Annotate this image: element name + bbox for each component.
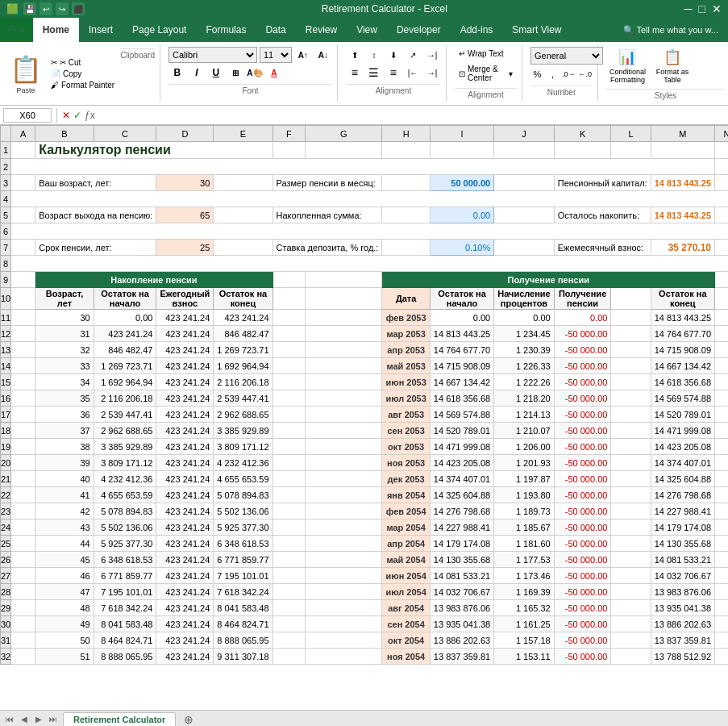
save-icon[interactable]: 💾 bbox=[23, 2, 36, 15]
add-sheet-button[interactable]: ⊕ bbox=[179, 711, 198, 727]
cell-d-22[interactable]: 423 241.24 bbox=[156, 487, 214, 503]
cell-f-19[interactable] bbox=[272, 439, 306, 455]
cell-f-11[interactable] bbox=[272, 310, 306, 326]
cell-i-27[interactable]: 14 081 533.21 bbox=[430, 568, 493, 584]
cell-k-24[interactable]: -50 000.00 bbox=[554, 519, 611, 536]
cell-accum-label[interactable]: Накопленная сумма: bbox=[272, 207, 382, 223]
cell-n5[interactable] bbox=[715, 207, 728, 223]
cell-m-22[interactable]: 14 276 798.68 bbox=[651, 487, 714, 503]
bold-button[interactable]: B bbox=[168, 65, 186, 81]
cell-f-14[interactable] bbox=[272, 358, 306, 374]
cell-d-14[interactable]: 423 241.24 bbox=[156, 358, 214, 374]
cell-a3[interactable] bbox=[11, 175, 35, 191]
col-header-e[interactable]: E bbox=[214, 126, 272, 142]
cell-e-11[interactable]: 423 241.24 bbox=[214, 310, 272, 326]
cell-n1[interactable] bbox=[715, 142, 728, 159]
tab-insert[interactable]: Insert bbox=[79, 18, 123, 42]
cell-a10[interactable] bbox=[11, 288, 35, 310]
cell-j-23[interactable]: 1 189.73 bbox=[494, 503, 555, 519]
col-header-d[interactable]: D bbox=[156, 126, 214, 142]
cell-l-16[interactable] bbox=[611, 390, 651, 407]
cell-f-30[interactable] bbox=[272, 616, 306, 632]
cell-e7[interactable] bbox=[214, 240, 272, 256]
tab-data[interactable]: Data bbox=[256, 18, 295, 42]
undo-icon[interactable]: ↩ bbox=[40, 2, 52, 15]
cell-h-26[interactable]: май 2054 bbox=[382, 552, 430, 568]
cell-n-32[interactable] bbox=[715, 649, 728, 665]
col-age[interactable]: Возраст,лет bbox=[35, 288, 94, 310]
cell-d-32[interactable]: 423 241.24 bbox=[156, 649, 214, 665]
cell-g-15[interactable] bbox=[306, 374, 382, 390]
cell-k-30[interactable]: -50 000.00 bbox=[554, 616, 611, 632]
tab-file[interactable]: File bbox=[0, 18, 33, 42]
cell-n-19[interactable] bbox=[715, 439, 728, 455]
cell-j-18[interactable]: 1 210.07 bbox=[494, 423, 555, 439]
cell-c-27[interactable]: 6 771 859.77 bbox=[94, 568, 156, 584]
cell-n-15[interactable] bbox=[715, 374, 728, 390]
cell-c-16[interactable]: 2 116 206.18 bbox=[94, 390, 156, 407]
cell-k-31[interactable]: -50 000.00 bbox=[554, 632, 611, 649]
cell-a1[interactable] bbox=[11, 142, 35, 159]
cell-c-11[interactable]: 0.00 bbox=[94, 310, 156, 326]
cell-age-label[interactable]: Ваш возраст, лет: bbox=[35, 175, 156, 191]
cell-h-16[interactable]: июл 2053 bbox=[382, 390, 430, 407]
cell-h-23[interactable]: фев 2054 bbox=[382, 503, 430, 519]
cell-m-31[interactable]: 13 837 359.81 bbox=[651, 632, 714, 649]
col-header-i[interactable]: I bbox=[430, 126, 493, 142]
cell-k-26[interactable]: -50 000.00 bbox=[554, 552, 611, 568]
cell-n-12[interactable] bbox=[715, 326, 728, 342]
cell-d-12[interactable]: 423 241.24 bbox=[156, 326, 214, 342]
cell-e-20[interactable]: 4 232 412.36 bbox=[214, 455, 272, 471]
font-size-increase[interactable]: A↑ bbox=[294, 47, 312, 63]
formula-cancel-icon[interactable]: ✕ bbox=[62, 110, 70, 121]
cell-m-30[interactable]: 13 886 202.63 bbox=[651, 616, 714, 632]
cell-j-32[interactable]: 1 153.11 bbox=[494, 649, 555, 665]
cell-c-26[interactable]: 6 348 618.53 bbox=[94, 552, 156, 568]
cell-h-18[interactable]: сен 2053 bbox=[382, 423, 430, 439]
cell-l-15[interactable] bbox=[611, 374, 651, 390]
cell-i-24[interactable]: 14 227 988.41 bbox=[430, 519, 493, 536]
cell-a-21[interactable] bbox=[11, 471, 35, 487]
cell-j-27[interactable]: 1 173.46 bbox=[494, 568, 555, 584]
cell-e5[interactable] bbox=[214, 207, 272, 223]
cell-e-32[interactable]: 9 311 307.18 bbox=[214, 649, 272, 665]
cell-a9[interactable] bbox=[11, 272, 35, 288]
cell-j-14[interactable]: 1 226.33 bbox=[494, 358, 555, 374]
cell-b-26[interactable]: 45 bbox=[35, 552, 94, 568]
cell-h-27[interactable]: июн 2054 bbox=[382, 568, 430, 584]
cell-g-25[interactable] bbox=[306, 536, 382, 552]
cell-n-14[interactable] bbox=[715, 358, 728, 374]
cell-e3[interactable] bbox=[214, 175, 272, 191]
cell-b-28[interactable]: 47 bbox=[35, 584, 94, 600]
cell-l-24[interactable] bbox=[611, 519, 651, 536]
cell-n-20[interactable] bbox=[715, 455, 728, 471]
cell-h-20[interactable]: ноя 2053 bbox=[382, 455, 430, 471]
cell-j1[interactable] bbox=[494, 142, 555, 159]
cell-a-28[interactable] bbox=[11, 584, 35, 600]
cell-e-17[interactable]: 2 962 688.65 bbox=[214, 407, 272, 423]
cell-g-11[interactable] bbox=[306, 310, 382, 326]
cell-f-17[interactable] bbox=[272, 407, 306, 423]
col-header-c[interactable]: C bbox=[94, 126, 156, 142]
cell-c-25[interactable]: 5 925 377.30 bbox=[94, 536, 156, 552]
align-left-button[interactable]: ≡ bbox=[346, 65, 364, 81]
cell-j5[interactable] bbox=[494, 207, 555, 223]
cell-c-17[interactable]: 2 539 447.41 bbox=[94, 407, 156, 423]
cell-f-15[interactable] bbox=[272, 374, 306, 390]
cell-n-29[interactable] bbox=[715, 600, 728, 616]
cell-monthly-value[interactable]: 50 000.00 bbox=[430, 175, 493, 191]
cell-l-11[interactable] bbox=[611, 310, 651, 326]
cell-j-12[interactable]: 1 234.45 bbox=[494, 326, 555, 342]
cell-m-29[interactable]: 13 935 041.38 bbox=[651, 600, 714, 616]
cell-m-17[interactable]: 14 520 789.01 bbox=[651, 407, 714, 423]
cell-k-22[interactable]: -50 000.00 bbox=[554, 487, 611, 503]
cell-l-31[interactable] bbox=[611, 632, 651, 649]
cell-k-16[interactable]: -50 000.00 bbox=[554, 390, 611, 407]
cell-h-24[interactable]: мар 2054 bbox=[382, 519, 430, 536]
cell-k-12[interactable]: -50 000.00 bbox=[554, 326, 611, 342]
cell-b-21[interactable]: 40 bbox=[35, 471, 94, 487]
cell-l-30[interactable] bbox=[611, 616, 651, 632]
cell-f-13[interactable] bbox=[272, 342, 306, 358]
italic-button[interactable]: I bbox=[188, 65, 206, 81]
cell-c-22[interactable]: 4 655 653.59 bbox=[94, 487, 156, 503]
